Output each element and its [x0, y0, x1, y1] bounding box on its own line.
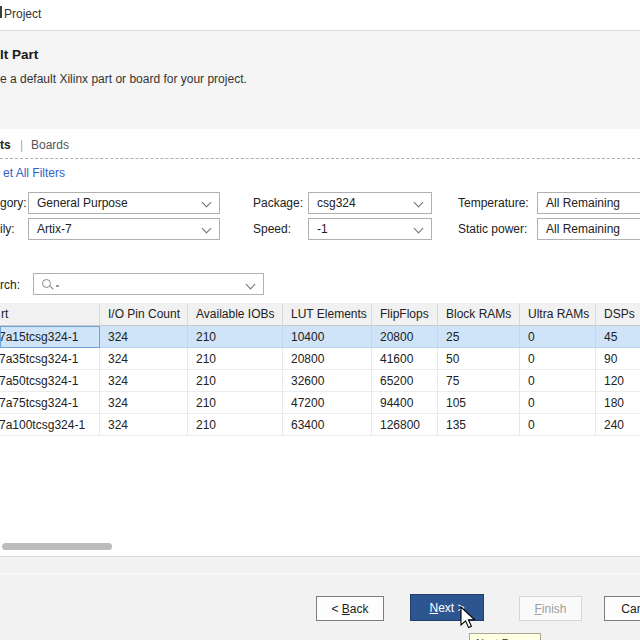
cell[interactable]: 25	[438, 326, 520, 348]
back-button[interactable]: < Back	[316, 596, 384, 621]
cell[interactable]: 0	[520, 348, 596, 370]
cell[interactable]: 210	[188, 392, 283, 414]
part-cell[interactable]: 7a35tcsg324-1	[0, 348, 100, 370]
cell[interactable]: 180	[596, 392, 640, 414]
table-row[interactable]: 7a35tcsg324-1 324 210 20800 41600 50 0 9…	[0, 348, 640, 370]
part-name: 7a75tcsg324-1	[0, 392, 78, 414]
window-title: Project	[4, 7, 41, 21]
cell[interactable]: 50	[438, 348, 520, 370]
chevron-down-icon	[202, 198, 212, 208]
wizard-header: lt Part e a default Xilinx part or board…	[0, 31, 640, 129]
finish-label-rest: inish	[542, 602, 567, 616]
cell[interactable]: 45	[596, 326, 640, 348]
wizard-footer: < Back Next > Finish Cancel	[0, 557, 640, 640]
table-header-row: rt I/O Pin Count Available IOBs LUT Elem…	[0, 303, 640, 326]
package-label: Package:	[253, 196, 303, 210]
next-button[interactable]: Next >	[410, 594, 484, 621]
column-header-part[interactable]: rt	[0, 303, 100, 326]
cell[interactable]: 324	[100, 326, 188, 348]
cell[interactable]: 75	[438, 370, 520, 392]
chevron-down-icon	[414, 198, 424, 208]
cell[interactable]: 10400	[283, 326, 372, 348]
chevron-down-icon[interactable]	[246, 280, 256, 290]
cell[interactable]: 324	[100, 348, 188, 370]
cell[interactable]: 120	[596, 370, 640, 392]
part-name: 7a15tcsg324-1	[0, 326, 78, 348]
horizontal-scrollbar-thumb[interactable]	[2, 543, 112, 550]
back-label-rest: ack	[350, 602, 369, 616]
category-value: General Purpose	[37, 196, 128, 210]
family-value: Artix-7	[37, 222, 72, 236]
table-row[interactable]: 7a100tcsg324-1 324 210 63400 126800 135 …	[0, 414, 640, 436]
cut-glyph-sliver	[0, 6, 2, 18]
tab-parts[interactable]: ts	[0, 138, 11, 152]
cell[interactable]: 324	[100, 392, 188, 414]
cell[interactable]: 210	[188, 370, 283, 392]
package-select[interactable]: csg324	[308, 192, 432, 214]
footer-hairline	[0, 573, 640, 574]
column-header-io-pin-count[interactable]: I/O Pin Count	[100, 303, 188, 326]
column-header-dsps[interactable]: DSPs	[596, 303, 640, 326]
category-select[interactable]: General Purpose	[28, 192, 220, 214]
cell[interactable]: 210	[188, 414, 283, 436]
cell[interactable]: 105	[438, 392, 520, 414]
cell[interactable]: 65200	[372, 370, 438, 392]
part-name: 7a50tcsg324-1	[0, 370, 78, 392]
part-cell[interactable]: 7a100tcsg324-1	[0, 414, 100, 436]
search-label: rch:	[0, 278, 20, 292]
cell[interactable]: 324	[100, 370, 188, 392]
cell[interactable]: 20800	[372, 326, 438, 348]
table-row[interactable]: 7a50tcsg324-1 324 210 32600 65200 75 0 1…	[0, 370, 640, 392]
search-input[interactable]	[33, 273, 264, 295]
search-filter-caret-icon	[56, 285, 59, 287]
parts-table: rt I/O Pin Count Available IOBs LUT Elem…	[0, 303, 640, 436]
category-label: gory:	[0, 196, 27, 210]
part-cell[interactable]: 7a75tcsg324-1	[0, 392, 100, 414]
family-select[interactable]: Artix-7	[28, 218, 220, 240]
cell[interactable]: 47200	[283, 392, 372, 414]
reset-all-filters-label: et All Filters	[3, 166, 65, 180]
table-row[interactable]: 7a75tcsg324-1 324 210 47200 94400 105 0 …	[0, 392, 640, 414]
column-header-available-iobs[interactable]: Available IOBs	[188, 303, 283, 326]
cell[interactable]: 240	[596, 414, 640, 436]
cancel-label: Cancel	[621, 602, 640, 616]
cell[interactable]: 0	[520, 370, 596, 392]
tab-divider: |	[20, 138, 23, 152]
column-header-lut-elements[interactable]: LUT Elements	[283, 303, 372, 326]
static-power-select[interactable]: All Remaining	[537, 218, 640, 240]
speed-value: -1	[317, 222, 328, 236]
cancel-button[interactable]: Cancel	[604, 596, 640, 621]
window-title-bar: Project	[0, 0, 640, 31]
speed-select[interactable]: -1	[308, 218, 432, 240]
part-cell[interactable]: 7a50tcsg324-1	[0, 370, 100, 392]
tab-boards[interactable]: Boards	[31, 138, 69, 152]
cell[interactable]: 0	[520, 392, 596, 414]
cell[interactable]: 90	[596, 348, 640, 370]
cell[interactable]: 210	[188, 326, 283, 348]
part-cell[interactable]: 7a15tcsg324-1	[0, 326, 100, 348]
cell[interactable]: 41600	[372, 348, 438, 370]
column-header-block-rams[interactable]: Block RAMs	[438, 303, 520, 326]
cell[interactable]: 32600	[283, 370, 372, 392]
temperature-select[interactable]: All Remaining	[537, 192, 640, 214]
cell[interactable]: 135	[438, 414, 520, 436]
reset-all-filters-link[interactable]: et All Filters	[0, 166, 65, 180]
temperature-value: All Remaining	[546, 196, 620, 210]
cell[interactable]: 324	[100, 414, 188, 436]
cell[interactable]: 20800	[283, 348, 372, 370]
finish-label-key: F	[534, 602, 541, 616]
column-header-ultra-rams[interactable]: Ultra RAMs	[520, 303, 596, 326]
dashed-separator	[0, 158, 640, 159]
static-power-label: Static power:	[458, 222, 527, 236]
cell[interactable]: 0	[520, 326, 596, 348]
page-title: lt Part	[0, 47, 38, 62]
cell[interactable]: 0	[520, 414, 596, 436]
cell[interactable]: 63400	[283, 414, 372, 436]
cell[interactable]: 126800	[372, 414, 438, 436]
table-row-selected[interactable]: 7a15tcsg324-1 324 210 10400 20800 25 0 4…	[0, 326, 640, 348]
finish-button-disabled: Finish	[519, 596, 582, 621]
back-label-pre: <	[331, 602, 341, 616]
cell[interactable]: 94400	[372, 392, 438, 414]
cell[interactable]: 210	[188, 348, 283, 370]
column-header-flipflops[interactable]: FlipFlops	[372, 303, 438, 326]
